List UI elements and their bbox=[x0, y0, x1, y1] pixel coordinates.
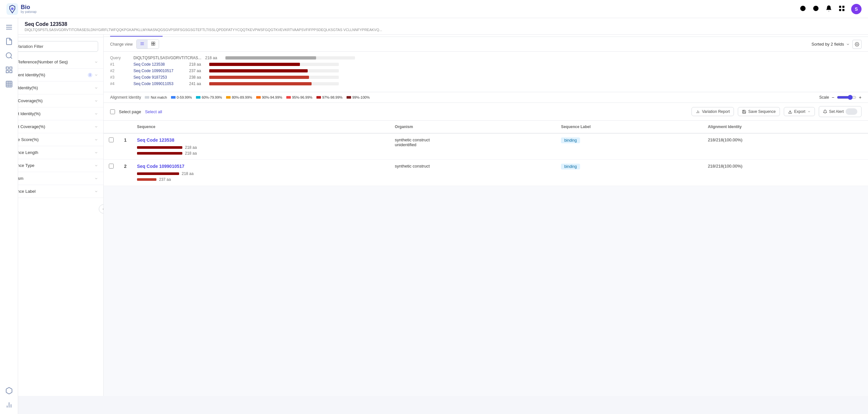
legend-color-80-89 bbox=[226, 96, 230, 99]
align-name-3[interactable]: Seq Code 9187253 bbox=[133, 75, 185, 79]
row1-seq-bars: 218 aa 218 aa bbox=[137, 145, 384, 156]
svg-rect-6 bbox=[839, 9, 841, 11]
select-bar: Select page Select all Variation Report … bbox=[104, 103, 868, 120]
svg-rect-45 bbox=[152, 44, 153, 45]
alert-toggle[interactable] bbox=[846, 108, 857, 115]
list-view-icon bbox=[140, 41, 145, 46]
legend-color-99-100 bbox=[346, 96, 351, 99]
align-bar-container-1 bbox=[209, 63, 339, 66]
row1-num: 1 bbox=[119, 133, 132, 160]
row2-bar-2-visual bbox=[137, 178, 156, 181]
align-num-1: #1 bbox=[110, 62, 129, 67]
panel-collapse-button[interactable]: ‹ bbox=[99, 204, 104, 213]
svg-rect-5 bbox=[842, 6, 844, 8]
align-aa-2: 237 aa bbox=[189, 69, 205, 73]
row2-badge: binding bbox=[561, 164, 580, 170]
variation-report-icon bbox=[696, 110, 700, 114]
export-button[interactable]: Export bbox=[784, 107, 815, 116]
bell-icon[interactable] bbox=[825, 5, 832, 13]
nav-icons: S bbox=[799, 4, 862, 14]
top-nav: Bio by patsnap S bbox=[0, 0, 868, 18]
scale-minus-button[interactable]: − bbox=[832, 95, 834, 100]
view-list-button[interactable] bbox=[137, 40, 148, 48]
view-grid-button[interactable] bbox=[148, 40, 159, 48]
scale-plus-button[interactable]: + bbox=[859, 95, 862, 100]
user-avatar[interactable]: S bbox=[851, 4, 862, 14]
th-organism: Organism bbox=[390, 120, 556, 133]
scale-slider[interactable] bbox=[837, 95, 856, 100]
svg-point-1 bbox=[11, 7, 13, 10]
sidebar-icon-search[interactable] bbox=[5, 52, 13, 60]
sort-label: Sorted by 2 fields bbox=[812, 42, 844, 46]
chevron-icon-cross-ref bbox=[94, 60, 98, 64]
legend-label-60-79: 60%-79.99% bbox=[202, 95, 222, 99]
align-query-bar bbox=[225, 56, 316, 60]
align-name-2[interactable]: Seq Code 1099010517 bbox=[133, 69, 185, 73]
legend-color-90-94 bbox=[256, 96, 261, 99]
row1-seq-link[interactable]: Seq Code 123538 bbox=[137, 137, 174, 143]
select-all-link[interactable]: Select all bbox=[145, 109, 162, 114]
legend-bar: Alignment Identity Not match 0-59.99% 60… bbox=[104, 92, 868, 103]
legend-label-0-59: 0-59.99% bbox=[177, 95, 192, 99]
legend-label-80-89: 80%-89.99% bbox=[232, 95, 252, 99]
sort-button[interactable]: Sorted by 2 fields bbox=[812, 42, 850, 46]
logo-icon[interactable] bbox=[6, 3, 18, 15]
chevron-icon-positive-score bbox=[94, 138, 98, 142]
query-sequence: DIQLTQSPSTLSASVGDRVTITCRASESLDNYGIRFLTWF… bbox=[25, 28, 478, 32]
svg-rect-16 bbox=[6, 81, 12, 87]
row1-organism: synthetic constructunidentified bbox=[390, 133, 556, 160]
alignment-row-1: #1 Seq Code 123538 218 aa bbox=[110, 62, 862, 67]
export-icon bbox=[788, 110, 792, 114]
timer-icon[interactable] bbox=[799, 5, 806, 13]
row1-bar-2-aa: 218 aa bbox=[185, 151, 197, 156]
svg-rect-14 bbox=[6, 70, 8, 73]
results-table: Sequence Organism Sequence Label Alignme… bbox=[104, 120, 868, 186]
row2-seq-link[interactable]: Seq Code 1099010517 bbox=[137, 164, 184, 169]
set-alert-button[interactable]: Set Alert bbox=[819, 106, 862, 117]
row2-organism: synthetic construct bbox=[390, 160, 556, 186]
view-toggle bbox=[136, 39, 159, 49]
select-page-checkbox[interactable] bbox=[110, 109, 115, 114]
settings-icon bbox=[855, 42, 859, 46]
save-sequence-button[interactable]: Save Sequence bbox=[738, 107, 780, 116]
row1-bar-1-visual bbox=[137, 146, 182, 149]
row2-bar-1-visual bbox=[137, 172, 179, 175]
th-sequence: Sequence bbox=[132, 120, 390, 133]
svg-rect-13 bbox=[10, 67, 12, 69]
legend-80-89: 80%-89.99% bbox=[226, 95, 252, 99]
align-name-4[interactable]: Seq Code 1099011053 bbox=[133, 81, 185, 86]
row2-checkbox[interactable] bbox=[109, 164, 114, 169]
chevron-icon-sequence-label bbox=[94, 189, 98, 194]
row1-checkbox[interactable] bbox=[109, 137, 114, 142]
export-chevron-icon bbox=[807, 110, 811, 113]
align-aa-4: 241 aa bbox=[189, 81, 205, 86]
legend-color-0-59 bbox=[171, 96, 176, 99]
chevron-icon-query-identity bbox=[94, 86, 98, 90]
align-query-aa: 218 aa bbox=[205, 56, 221, 60]
info-icon-alignment-identity[interactable]: i bbox=[88, 73, 92, 77]
sidebar-icon-grid[interactable] bbox=[5, 80, 13, 88]
sidebar-icon-dashboard[interactable] bbox=[5, 66, 13, 74]
chevron-icon-organism bbox=[94, 177, 98, 180]
left-sidebar bbox=[0, 18, 18, 396]
variation-report-button[interactable]: Variation Report bbox=[691, 107, 734, 116]
align-bar-4 bbox=[209, 82, 312, 85]
save-icon bbox=[742, 110, 746, 114]
variation-filter-label: Variation Filter bbox=[17, 44, 43, 49]
logo-area: Bio by patsnap bbox=[6, 3, 37, 15]
apps-icon[interactable] bbox=[838, 5, 845, 13]
variation-filter-button[interactable]: Variation Filter bbox=[5, 41, 98, 52]
sidebar-icon-box[interactable] bbox=[5, 387, 13, 394]
row1-label-cell: binding bbox=[556, 133, 703, 160]
help-icon[interactable] bbox=[812, 5, 819, 13]
sidebar-icon-document[interactable] bbox=[5, 37, 13, 45]
sidebar-icon-menu[interactable] bbox=[5, 23, 13, 31]
align-bar-2 bbox=[209, 69, 308, 72]
align-name-1[interactable]: Seq Code 123538 bbox=[133, 62, 185, 67]
legend-title: Alignment Identity bbox=[110, 95, 141, 100]
legend-label-90-94: 90%-94.99% bbox=[262, 95, 282, 99]
save-sequence-label: Save Sequence bbox=[748, 109, 776, 114]
chevron-icon-subject-identity bbox=[94, 112, 98, 116]
export-label: Export bbox=[794, 109, 805, 114]
settings-button[interactable] bbox=[852, 40, 862, 49]
